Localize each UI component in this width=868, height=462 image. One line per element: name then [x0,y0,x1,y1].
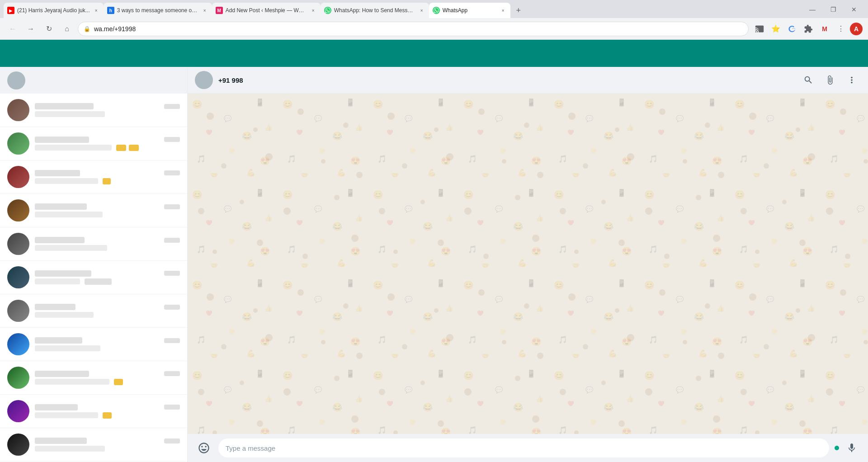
tab-bar: ▶ (21) Harris Jeyaraj Audio juk... × h 3… [0,0,868,18]
youtube-favicon: ▶ [7,7,14,14]
online-indicator [835,446,839,450]
home-button[interactable]: ⌂ [60,22,74,36]
meshpie-favicon: M [216,7,223,14]
tab-3ways[interactable]: h 3 ways to message someone on... × [104,3,212,18]
chat-info [35,203,180,217]
profile-button[interactable]: A [850,23,863,35]
chat-avatar [7,300,29,322]
chat-avatar [7,233,29,255]
chat-item[interactable] [0,94,187,127]
tab-whatsapp-active-close[interactable]: × [500,7,507,14]
chat-avatar [7,367,29,389]
chat-item[interactable] [0,428,187,462]
window-controls: — ❐ ✕ [802,3,864,16]
wa-chat-header: +91 998 [188,67,868,94]
tab-youtube-close[interactable]: × [93,7,100,14]
address-text: wa.me/+91998 [94,25,743,33]
reload-button[interactable]: ↻ [42,22,56,36]
chat-info [35,438,180,452]
chat-avatar [7,132,29,155]
tab-meshpie-close[interactable]: × [310,7,317,14]
chat-avatar [7,166,29,188]
chat-avatar [7,333,29,355]
tab-3ways-title: 3 ways to message someone on... [117,7,198,14]
tab-whatsapp-howto-title: WhatsApp: How to Send Messag... [334,7,415,14]
contact-avatar [195,71,213,89]
chat-item[interactable] [0,261,187,294]
address-bar[interactable]: 🔒 wa.me/+91998 [78,22,749,36]
tab-meshpie[interactable]: M Add New Post ‹ Meshpie — Wor... × [212,3,321,18]
close-button[interactable]: ✕ [844,3,864,16]
menu-icon[interactable]: ⋮ [834,22,848,36]
chat-info [35,170,180,184]
gmail-icon[interactable]: M [817,22,832,36]
search-chat-button[interactable] [799,71,817,89]
chat-item[interactable] [0,127,187,160]
extensions-icon[interactable] [801,22,816,36]
chat-avatar [7,400,29,422]
browser-toolbar: ← → ↻ ⌂ 🔒 wa.me/+91998 ⭐ M ⋮ A [0,18,868,40]
forward-button[interactable]: → [24,22,38,36]
attach-button[interactable] [821,71,839,89]
g-icon[interactable] [785,22,799,36]
chat-list [0,94,187,462]
chat-avatar [7,99,29,121]
chat-info [35,103,180,117]
whatsapp-main: +91 998 [0,67,868,462]
chat-header-actions [799,71,861,89]
chat-info [35,337,180,351]
chat-background: 😊 💬 📱 ❤️ 😂 👍 🎵 🌟 😍 🤝 💪 [188,94,868,434]
tab-youtube-title: (21) Harris Jeyaraj Audio juk... [17,7,90,14]
chat-avatar [7,199,29,222]
tab-youtube[interactable]: ▶ (21) Harris Jeyaraj Audio juk... × [4,3,104,18]
toolbar-actions: ⭐ M ⋮ A [752,22,863,36]
tab-whatsapp-howto[interactable]: WhatsApp: How to Send Messag... × [321,3,429,18]
chat-info [35,304,180,318]
chat-info [35,371,180,385]
cast-icon[interactable] [752,22,767,36]
tab-whatsapp-active-title: WhatsApp [443,7,497,14]
wa-sidebar [0,67,188,462]
chat-avatar [7,266,29,288]
send-area [835,439,861,457]
chat-info [35,237,180,251]
chat-item[interactable] [0,395,187,428]
wa-input-area [188,434,868,462]
back-button[interactable]: ← [5,22,20,36]
chat-item[interactable] [0,160,187,194]
chat-item[interactable] [0,361,187,395]
chat-item[interactable] [0,227,187,261]
contact-name: +91 998 [218,76,794,84]
whatsapp-favicon [433,7,440,14]
tab-meshpie-title: Add New Post ‹ Meshpie — Wor... [226,7,307,14]
contact-info: +91 998 [218,76,794,84]
chat-info [35,404,180,419]
mic-button[interactable] [843,439,861,457]
lock-icon: 🔒 [84,26,90,32]
tab-whatsapp-howto-close[interactable]: × [418,7,425,14]
minimize-button[interactable]: — [802,3,823,16]
whatsapp-howto-favicon [324,7,331,14]
3ways-favicon: h [107,7,114,14]
chat-info [35,137,180,151]
emoji-button[interactable] [195,439,213,457]
chat-item[interactable] [0,328,187,361]
user-avatar[interactable] [7,71,25,90]
teal-header-bar [0,40,868,67]
chat-info [35,270,180,285]
chat-avatar [7,434,29,456]
chat-item[interactable] [0,294,187,328]
more-options-button[interactable] [843,71,861,89]
bookmark-icon[interactable]: ⭐ [769,22,783,36]
svg-rect-11 [188,94,868,434]
chat-item[interactable] [0,194,187,227]
tab-3ways-close[interactable]: × [201,7,208,14]
new-tab-button[interactable]: + [512,4,525,17]
wa-chat-panel: +91 998 [188,67,868,462]
maximize-button[interactable]: ❐ [823,3,844,16]
browser-window: ▶ (21) Harris Jeyaraj Audio juk... × h 3… [0,0,868,462]
tab-whatsapp[interactable]: WhatsApp × [429,3,510,18]
wa-sidebar-header [0,67,187,94]
message-input[interactable] [218,438,829,457]
